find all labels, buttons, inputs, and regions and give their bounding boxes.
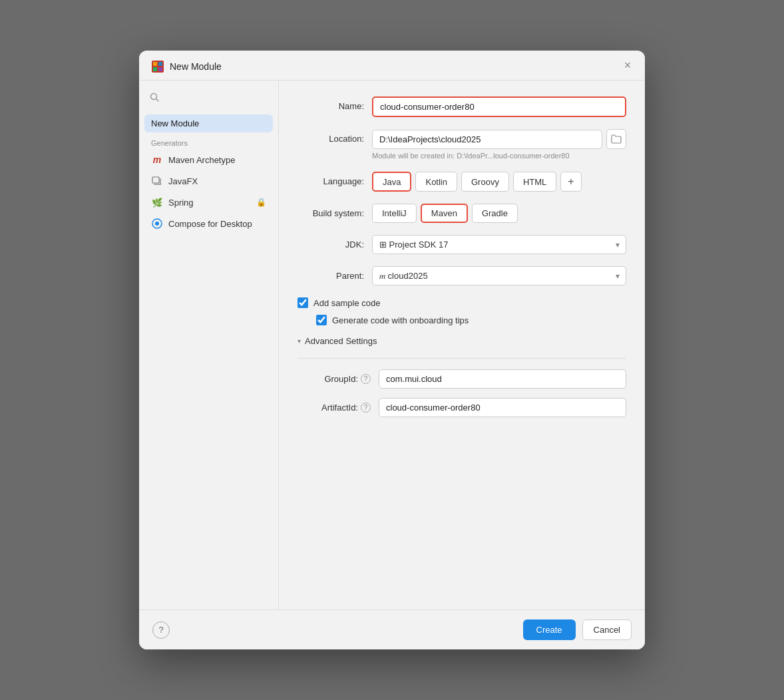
advanced-chevron-icon: ▾ xyxy=(297,337,301,345)
artifactid-label: ArtifactId: ? xyxy=(297,403,371,413)
lock-icon: 🔒 xyxy=(256,198,266,207)
generators-label: Generators xyxy=(144,134,273,150)
svg-rect-4 xyxy=(158,67,162,71)
new-module-dialog: New Module × New Module Generators xyxy=(139,51,645,649)
language-kotlin-button[interactable]: Kotlin xyxy=(415,172,457,192)
groupid-help-icon[interactable]: ? xyxy=(361,374,371,384)
groupid-label: GroupId: ? xyxy=(297,374,371,384)
search-input[interactable] xyxy=(163,93,268,103)
app-icon xyxy=(151,60,164,73)
language-label: Language: xyxy=(297,172,364,186)
help-button[interactable]: ? xyxy=(152,621,170,639)
maven-archetype-label: Maven Archetype xyxy=(168,155,235,165)
advanced-section: ▾ Advanced Settings GroupId: ? ArtifactI… xyxy=(297,332,626,417)
footer-buttons: Create Cancel xyxy=(523,619,632,640)
cancel-button[interactable]: Cancel xyxy=(582,619,632,640)
advanced-divider xyxy=(297,358,626,359)
search-box xyxy=(144,88,273,108)
name-input[interactable] xyxy=(372,96,626,117)
generate-code-row: Generate code with onboarding tips xyxy=(297,315,626,325)
groupid-input[interactable] xyxy=(379,369,626,389)
compose-icon xyxy=(151,218,163,230)
spring-icon: 🌿 xyxy=(151,196,163,208)
artifactid-input[interactable] xyxy=(379,398,626,417)
sidebar-item-spring[interactable]: 🌿 Spring 🔒 xyxy=(144,192,273,212)
name-label: Name: xyxy=(297,96,364,111)
jdk-select[interactable]: ⊞ Project SDK 17 xyxy=(372,235,626,254)
jdk-row: JDK: ⊞ Project SDK 17 xyxy=(297,235,626,254)
add-language-button[interactable]: + xyxy=(560,172,581,192)
new-module-label: New Module xyxy=(151,118,199,128)
location-input[interactable] xyxy=(372,130,602,149)
name-row: Name: xyxy=(297,96,626,117)
svg-rect-7 xyxy=(152,177,159,183)
sidebar-item-maven-archetype[interactable]: m Maven Archetype xyxy=(144,150,273,170)
javafx-icon xyxy=(151,175,163,187)
jdk-select-wrapper: ⊞ Project SDK 17 xyxy=(372,235,626,254)
maven-icon: m xyxy=(151,154,163,166)
advanced-label: Advanced Settings xyxy=(305,336,377,346)
add-sample-code-checkbox[interactable] xyxy=(297,297,308,308)
name-control xyxy=(372,96,626,117)
add-sample-code-row: Add sample code xyxy=(297,297,626,308)
browse-folder-button[interactable] xyxy=(606,129,626,149)
generate-code-checkbox[interactable] xyxy=(316,315,327,325)
location-row: Location: Module will be created in: D:\… xyxy=(297,129,626,160)
build-maven-button[interactable]: Maven xyxy=(421,204,468,223)
generate-code-label[interactable]: Generate code with onboarding tips xyxy=(332,315,469,325)
svg-rect-2 xyxy=(158,62,162,66)
svg-rect-3 xyxy=(153,67,157,71)
parent-select[interactable]: 𝑚 cloud2025 xyxy=(372,266,626,285)
parent-label: Parent: xyxy=(297,266,364,281)
advanced-header[interactable]: ▾ Advanced Settings xyxy=(297,332,626,350)
location-label: Location: xyxy=(297,129,364,144)
language-groovy-button[interactable]: Groovy xyxy=(461,172,509,192)
language-row: Language: Java Kotlin Groovy HTML + xyxy=(297,172,626,192)
dialog-title: New Module xyxy=(170,61,222,72)
language-control: Java Kotlin Groovy HTML + xyxy=(372,172,626,192)
groupid-row: GroupId: ? xyxy=(297,369,626,389)
sidebar-item-javafx[interactable]: JavaFX xyxy=(144,171,273,191)
svg-line-6 xyxy=(156,99,159,102)
javafx-label: JavaFX xyxy=(168,176,198,186)
sidebar-item-compose[interactable]: Compose for Desktop xyxy=(144,214,273,234)
title-bar: New Module × xyxy=(139,51,645,81)
svg-point-11 xyxy=(155,222,159,226)
language-java-button[interactable]: Java xyxy=(372,172,411,192)
parent-row: Parent: 𝑚 cloud2025 xyxy=(297,266,626,285)
build-system-control: IntelliJ Maven Gradle xyxy=(372,204,626,223)
build-system-label: Build system: xyxy=(297,204,364,218)
build-gradle-button[interactable]: Gradle xyxy=(472,204,518,223)
add-sample-code-label[interactable]: Add sample code xyxy=(313,298,380,308)
build-system-row: Build system: IntelliJ Maven Gradle xyxy=(297,204,626,223)
location-control: Module will be created in: D:\IdeaPr...l… xyxy=(372,129,626,160)
jdk-label: JDK: xyxy=(297,235,364,250)
parent-select-wrapper: 𝑚 cloud2025 xyxy=(372,266,626,285)
svg-rect-1 xyxy=(153,62,157,66)
spring-label: Spring xyxy=(168,198,194,208)
dialog-footer: ? Create Cancel xyxy=(139,610,645,649)
sidebar-item-new-module[interactable]: New Module xyxy=(144,114,273,132)
create-button[interactable]: Create xyxy=(523,619,576,640)
location-hint: Module will be created in: D:\IdeaPr...l… xyxy=(372,152,626,160)
close-button[interactable]: × xyxy=(620,57,636,73)
artifactid-help-icon[interactable]: ? xyxy=(361,403,371,413)
dialog-body: New Module Generators m Maven Archetype … xyxy=(139,81,645,610)
build-intellij-button[interactable]: IntelliJ xyxy=(372,204,417,223)
sidebar: New Module Generators m Maven Archetype … xyxy=(139,81,279,610)
artifactid-row: ArtifactId: ? xyxy=(297,398,626,417)
compose-label: Compose for Desktop xyxy=(168,219,252,229)
search-icon xyxy=(150,92,159,104)
main-content: Name: Location: xyxy=(279,81,645,610)
language-html-button[interactable]: HTML xyxy=(513,172,556,192)
